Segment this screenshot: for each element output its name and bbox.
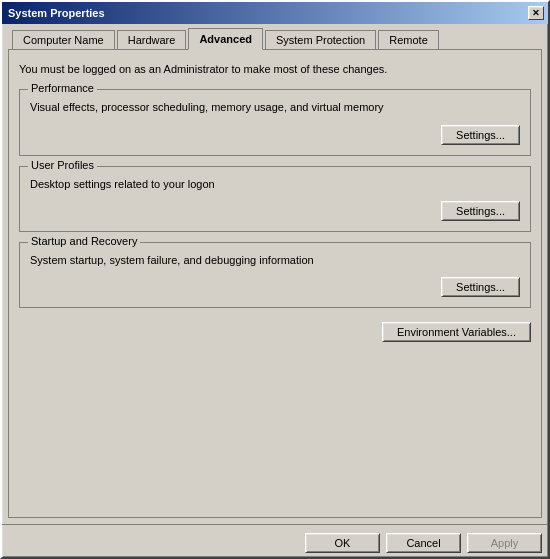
tab-bar: Computer Name Hardware Advanced System P… — [8, 28, 542, 50]
user-profiles-settings-row: Settings... — [30, 201, 520, 221]
cancel-button[interactable]: Cancel — [386, 533, 461, 553]
tab-computer-name[interactable]: Computer Name — [12, 30, 115, 50]
window-content: Computer Name Hardware Advanced System P… — [2, 24, 548, 524]
env-vars-row: Environment Variables... — [19, 322, 531, 342]
performance-settings-row: Settings... — [30, 125, 520, 145]
startup-recovery-desc: System startup, system failure, and debu… — [30, 253, 314, 267]
user-profiles-group-label: User Profiles — [28, 159, 97, 171]
performance-desc: Visual effects, processor scheduling, me… — [30, 100, 384, 114]
info-text: You must be logged on as an Administrato… — [19, 62, 531, 77]
environment-variables-button[interactable]: Environment Variables... — [382, 322, 531, 342]
user-profiles-desc: Desktop settings related to your logon — [30, 177, 215, 191]
title-bar: System Properties ✕ — [2, 2, 548, 24]
user-profiles-group: User Profiles Desktop settings related t… — [19, 166, 531, 232]
performance-group-content: Visual effects, processor scheduling, me… — [30, 90, 520, 144]
title-bar-controls: ✕ — [528, 6, 544, 20]
user-profiles-group-content: Desktop settings related to your logon S… — [30, 167, 520, 221]
user-profiles-settings-button[interactable]: Settings... — [441, 201, 520, 221]
startup-recovery-group-content: System startup, system failure, and debu… — [30, 243, 520, 297]
system-properties-window: System Properties ✕ Computer Name Hardwa… — [0, 0, 550, 559]
tab-remote[interactable]: Remote — [378, 30, 439, 50]
ok-button[interactable]: OK — [305, 533, 380, 553]
startup-recovery-settings-row: Settings... — [30, 277, 520, 297]
performance-settings-button[interactable]: Settings... — [441, 125, 520, 145]
apply-button[interactable]: Apply — [467, 533, 542, 553]
tab-system-protection[interactable]: System Protection — [265, 30, 376, 50]
tab-panel-advanced: You must be logged on as an Administrato… — [8, 49, 542, 518]
tab-hardware[interactable]: Hardware — [117, 30, 187, 50]
close-button[interactable]: ✕ — [528, 6, 544, 20]
bottom-buttons: OK Cancel Apply — [2, 524, 548, 557]
startup-recovery-settings-button[interactable]: Settings... — [441, 277, 520, 297]
startup-recovery-group-label: Startup and Recovery — [28, 235, 140, 247]
startup-recovery-group: Startup and Recovery System startup, sys… — [19, 242, 531, 308]
performance-group: Performance Visual effects, processor sc… — [19, 89, 531, 155]
tab-advanced[interactable]: Advanced — [188, 28, 263, 50]
window-title: System Properties — [6, 7, 105, 19]
performance-group-label: Performance — [28, 82, 97, 94]
